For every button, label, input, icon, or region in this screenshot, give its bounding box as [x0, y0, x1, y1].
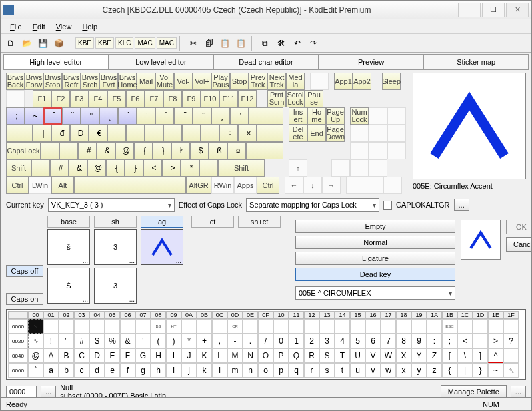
glyph-cell[interactable]: | — [457, 363, 473, 378]
key[interactable]: × — [238, 125, 257, 142]
glyph-cell[interactable] — [197, 319, 212, 334]
key[interactable]: @ — [115, 142, 134, 159]
glyph-cell[interactable]: A — [43, 348, 59, 363]
key[interactable]: F4 — [89, 90, 107, 107]
glyph-cell[interactable] — [350, 319, 365, 334]
key[interactable]: ¸ — [211, 107, 230, 125]
key[interactable]: # — [78, 142, 97, 159]
key[interactable]: @ — [87, 159, 106, 177]
glyph-cell[interactable]: w — [381, 363, 396, 378]
glyph-cell[interactable]: * — [181, 334, 197, 348]
glyph-cell[interactable]: h — [151, 363, 166, 378]
key[interactable]: BrwsStop — [43, 73, 62, 90]
var-head-sh[interactable]: sh — [94, 216, 137, 228]
glyph-cell[interactable] — [503, 319, 519, 334]
glyph-cell[interactable]: ␡ — [503, 363, 519, 378]
tool2-icon[interactable]: 🛠 — [274, 36, 289, 51]
glyph-cell[interactable]: ␀ — [28, 319, 43, 334]
key[interactable]: ← — [285, 177, 303, 194]
glyph-cell[interactable] — [335, 319, 350, 334]
key[interactable]: ß — [209, 142, 227, 159]
glyph-cell[interactable]: j — [181, 363, 197, 378]
key[interactable]: F7 — [145, 90, 163, 107]
glyph-cell[interactable]: r — [304, 363, 319, 378]
key[interactable]: F8 — [163, 90, 182, 107]
glyph-sh-on[interactable]: 3... — [94, 268, 137, 304]
glyph-cell[interactable]: o — [258, 363, 273, 378]
var-head-ag[interactable]: ag — [141, 216, 183, 228]
key[interactable]: Alt — [51, 177, 74, 194]
toolbar-mac1[interactable]: MAC — [135, 37, 155, 49]
glyph-cell[interactable]: P — [273, 348, 289, 363]
key[interactable]: → — [322, 177, 341, 194]
glyph-cell[interactable]: & — [120, 334, 135, 348]
glyph-cell[interactable]: N — [243, 348, 258, 363]
glyph-cell[interactable] — [457, 319, 473, 334]
key[interactable]: Ctrl — [257, 177, 279, 194]
key[interactable]: F12 — [238, 90, 257, 107]
key[interactable] — [369, 107, 387, 125]
glyph-cell[interactable]: > — [488, 334, 503, 348]
key[interactable]: Home — [307, 107, 326, 125]
key[interactable]: Stop — [230, 73, 249, 90]
glyph-cell[interactable] — [381, 319, 396, 334]
var-head-shct[interactable]: sh+ct — [238, 216, 281, 228]
key[interactable]: ¤ — [227, 142, 246, 159]
redo-icon[interactable]: ↷ — [306, 36, 321, 51]
key[interactable]: { — [134, 142, 153, 159]
glyph-cell[interactable]: Y — [411, 348, 427, 363]
key[interactable]: Ł — [171, 142, 190, 159]
glyph-cell[interactable]: W — [381, 348, 396, 363]
glyph-cell[interactable]: R — [304, 348, 319, 363]
glyph-cell[interactable]: ^ — [488, 348, 503, 363]
code-field[interactable]: 0000 — [6, 386, 37, 397]
key[interactable]: ; — [6, 107, 25, 125]
key[interactable]: Media — [286, 73, 305, 90]
glyph-cell[interactable] — [488, 319, 503, 334]
glyph-cell[interactable]: _ — [503, 348, 519, 363]
current-key-combo[interactable]: VK_KEY_3 ( 3 ) — [48, 198, 175, 212]
glyph-cell[interactable]: Z — [427, 348, 442, 363]
open-icon[interactable]: 📂 — [19, 36, 34, 51]
glyph-cell[interactable]: # — [74, 334, 89, 348]
key[interactable]: ´ — [155, 107, 174, 125]
toolbar-kbe2[interactable]: KBE — [95, 37, 114, 49]
glyph-cell[interactable]: + — [197, 334, 212, 348]
ligature-button[interactable]: Ligature — [295, 252, 455, 265]
key[interactable] — [6, 90, 25, 107]
key[interactable] — [249, 107, 283, 125]
key[interactable]: > — [162, 159, 181, 177]
key[interactable]: Sleep — [382, 73, 401, 90]
glyph-cell[interactable]: CR — [227, 319, 243, 334]
key[interactable]: F10 — [201, 90, 219, 107]
glyph-cell[interactable]: M — [227, 348, 243, 363]
glyph-cell[interactable]: Q — [289, 348, 304, 363]
key[interactable]: ~ — [25, 107, 43, 125]
key[interactable]: BrwsHome — [118, 73, 137, 90]
key[interactable]: $ — [190, 142, 209, 159]
key[interactable]: & — [69, 159, 87, 177]
glyph-cell[interactable]: \ — [457, 348, 473, 363]
glyph-cell[interactable]: n — [243, 363, 258, 378]
glyph-cell[interactable]: - — [227, 334, 243, 348]
cut-icon[interactable]: ✂ — [186, 36, 201, 51]
ok-button[interactable]: OK — [506, 220, 531, 234]
glyph-cell[interactable]: F — [120, 348, 135, 363]
tab-sticker[interactable]: Sticker map — [423, 54, 529, 69]
key[interactable]: Ctrl — [6, 177, 29, 194]
glyph-cell[interactable]: < — [457, 334, 473, 348]
glyph-cell[interactable]: HT — [166, 319, 181, 334]
glyph-cell[interactable]: d — [89, 363, 105, 378]
menu-help[interactable]: Help — [77, 21, 103, 32]
key[interactable]: BrwsForw — [25, 73, 43, 90]
key[interactable] — [201, 125, 219, 142]
glyph-cell[interactable]: 7 — [381, 334, 396, 348]
code-dots[interactable]: ... — [41, 386, 56, 397]
key[interactable] — [6, 125, 33, 142]
glyph-cell[interactable] — [181, 319, 197, 334]
key[interactable]: ˙ — [137, 107, 155, 125]
glyph-cell[interactable]: 5 — [350, 334, 365, 348]
key[interactable]: Đ — [70, 125, 89, 142]
manage-palette-button[interactable]: Manage Palette — [441, 385, 507, 397]
glyph-cell[interactable]: e — [105, 363, 120, 378]
